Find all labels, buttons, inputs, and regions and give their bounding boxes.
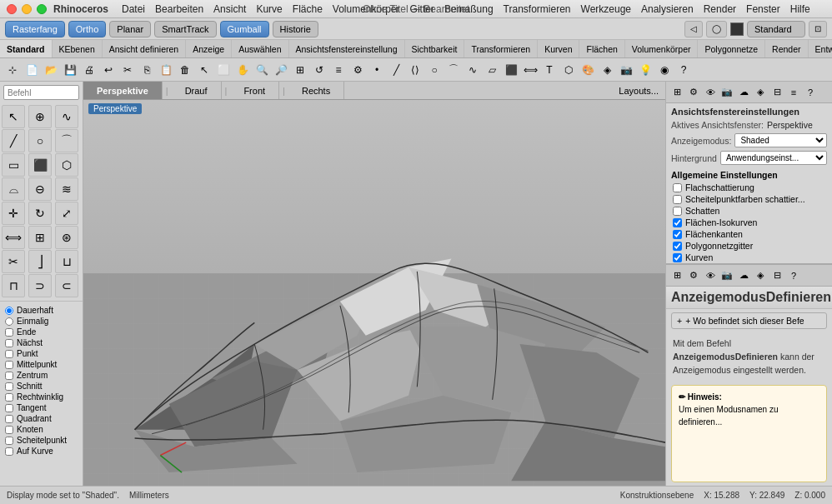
snap-schnitt-label[interactable]: Schnitt	[17, 382, 43, 391]
tab-render[interactable]: Render	[765, 40, 808, 57]
rp-env-icon[interactable]: ☁	[736, 85, 751, 100]
nav-sync[interactable]: ◯	[706, 21, 727, 37]
material-icon[interactable]: ◉	[655, 61, 674, 79]
rp-b-view-icon[interactable]: 👁	[703, 268, 718, 283]
rp-cb-polygon-label[interactable]: Polygonnetzgitter	[685, 241, 753, 251]
rp-camera-icon[interactable]: 📷	[719, 85, 734, 100]
copy-icon[interactable]: ⎘	[138, 61, 156, 79]
text-icon[interactable]: T	[540, 61, 559, 79]
circle-tool[interactable]: ○	[28, 129, 52, 152]
tab-auswaehlen[interactable]: Auswählen	[232, 40, 288, 57]
rp-settings-icon[interactable]: ⚙	[686, 85, 701, 100]
rp-props-icon[interactable]: ≡	[786, 85, 801, 100]
rp-view-icon[interactable]: 👁	[703, 85, 718, 100]
command-input[interactable]	[3, 85, 79, 100]
arc-icon[interactable]: ⌒	[444, 61, 463, 79]
menu-werkzeuge[interactable]: Werkzeuge	[581, 3, 631, 15]
rp-cb-flkanten-label[interactable]: Flächenkanten	[685, 229, 743, 239]
snap-punkt-label[interactable]: Punkt	[17, 349, 38, 358]
tab-flaechen[interactable]: Flächen	[579, 40, 624, 57]
select-icon[interactable]: ↖	[195, 61, 213, 79]
tab-polygonnetze[interactable]: Polygonnetze	[698, 40, 765, 57]
mesh-tool[interactable]: ⬡	[55, 153, 78, 177]
rp-b-grid-icon[interactable]: ⊟	[769, 268, 784, 283]
vp-tab-perspektiv[interactable]: Perspektive	[83, 82, 163, 99]
minimize-button[interactable]	[22, 4, 32, 14]
snap-scheitelpunkt-label[interactable]: Scheitelpunkt	[17, 436, 67, 445]
fillet-tool[interactable]: ⌓	[2, 177, 25, 201]
standard-dropdown[interactable]: Standard	[747, 21, 805, 37]
vp-tab-rechts[interactable]: Rechts	[288, 82, 344, 99]
layouts-button[interactable]: Layouts...	[612, 86, 665, 96]
line-tool[interactable]: ╱	[2, 129, 25, 152]
menu-fenster[interactable]: Fenster	[746, 3, 780, 15]
smarttrack-button[interactable]: SmartTrack	[154, 21, 216, 37]
menu-flaeche[interactable]: Fläche	[293, 3, 323, 15]
solid-tool[interactable]: ⬛	[28, 153, 52, 177]
tab-kurven[interactable]: Kurven	[538, 40, 579, 57]
dim-icon[interactable]: ⟺	[521, 61, 539, 79]
tab-ansichtsfenster[interactable]: Ansichtsfenstereinstellung	[289, 40, 405, 57]
tab-anzeige[interactable]: Anzeige	[186, 40, 232, 57]
menu-render[interactable]: Render	[704, 3, 736, 15]
move-tool[interactable]: ✛	[2, 202, 25, 225]
tab-kebenen[interactable]: KEbenen	[53, 40, 103, 57]
vp-tab-front[interactable]: Front	[230, 82, 279, 99]
help-icon[interactable]: ?	[674, 61, 693, 79]
snap-aufkurve-label[interactable]: Auf Kurve	[17, 447, 53, 456]
extract-tool[interactable]: ⊃	[28, 274, 52, 297]
tab-standard[interactable]: Standard	[0, 40, 53, 57]
zoom-out-icon[interactable]: 🔎	[272, 61, 290, 79]
rp-grid-icon[interactable]: ⊟	[769, 85, 784, 100]
close-button[interactable]	[7, 4, 17, 14]
mirror-tool[interactable]: ⟺	[2, 226, 25, 249]
cut-icon[interactable]: ✂	[118, 61, 137, 79]
boolean-tool[interactable]: ⊖	[28, 177, 52, 201]
rp-b-cam-icon[interactable]: 📷	[719, 268, 734, 283]
snap-naechst-label[interactable]: Nächst	[17, 338, 43, 347]
curve-tool[interactable]: ∿	[55, 105, 78, 128]
rp-b-settings-icon[interactable]: ⚙	[686, 268, 701, 283]
rp-b-help-icon[interactable]: ?	[786, 268, 801, 283]
snap-einmalig-label[interactable]: Einmalig	[17, 317, 48, 326]
gumball-button[interactable]: Gumball	[220, 21, 269, 37]
delete-icon[interactable]: 🗑	[176, 61, 194, 79]
snap-zentrum-label[interactable]: Zentrum	[17, 371, 48, 380]
historie-button[interactable]: Historie	[273, 21, 318, 37]
rp-b-render-icon[interactable]: ◈	[753, 268, 768, 283]
scale-tool[interactable]: ⤢	[55, 202, 78, 225]
rotate-tool[interactable]: ↻	[28, 202, 52, 225]
rp-help-icon[interactable]: ?	[803, 85, 818, 100]
rp-anzeigemodus-select[interactable]: Shaded	[734, 133, 827, 147]
tab-entwurf[interactable]: Entwurf	[809, 40, 832, 57]
snap-quadrant-label[interactable]: Quadrant	[17, 414, 52, 423]
rp-render-icon[interactable]: ◈	[753, 85, 768, 100]
layer-icon[interactable]: ≡	[329, 61, 348, 79]
light-icon[interactable]: 💡	[636, 61, 654, 79]
vp-tab-drauf[interactable]: Drauf	[172, 82, 222, 99]
menu-hilfe[interactable]: Hilfe	[790, 3, 810, 15]
rp-cb-kurven-label[interactable]: Kurven	[685, 252, 713, 262]
rp-cb-isokurven-label[interactable]: Flächen-Isokurven	[685, 217, 757, 227]
surface-tool[interactable]: ▭	[2, 153, 25, 177]
rp-cb-scheitel-label[interactable]: Scheitelpunktfarben schattier...	[685, 194, 805, 204]
menu-kurve[interactable]: Kurve	[256, 3, 282, 15]
snap-ende-label[interactable]: Ende	[17, 327, 36, 337]
menu-ansicht[interactable]: Ansicht	[213, 3, 246, 15]
fullscreen-btn[interactable]: ⊡	[809, 21, 827, 37]
menu-transformieren[interactable]: Transformieren	[504, 3, 571, 15]
rasterfang-button[interactable]: Rasterfang	[5, 21, 65, 37]
undo-icon[interactable]: ↩	[99, 61, 118, 79]
planar-button[interactable]: Planar	[109, 21, 151, 37]
paste-icon[interactable]: 📋	[157, 61, 175, 79]
rp-cb-schatten-label[interactable]: Schatten	[685, 206, 719, 216]
maximize-button[interactable]	[37, 4, 47, 14]
ortho-button[interactable]: Ortho	[68, 21, 107, 37]
rp-b-layers-icon[interactable]: ⊞	[669, 268, 684, 283]
circle-icon[interactable]: ○	[425, 61, 444, 79]
flow-tool[interactable]: ≋	[55, 177, 78, 201]
nav-prev[interactable]: ◁	[684, 21, 703, 37]
snap-knoten-label[interactable]: Knoten	[17, 425, 43, 434]
offset-tool[interactable]: ⊂	[55, 274, 78, 297]
extrude-icon[interactable]: ⬛	[502, 61, 520, 79]
